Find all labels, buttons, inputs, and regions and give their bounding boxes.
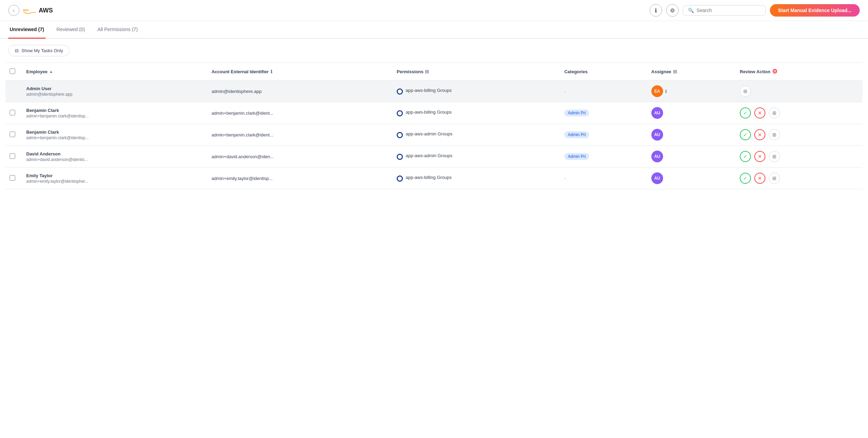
action-reject-button[interactable]: ✕ <box>754 173 765 184</box>
svg-text:aws: aws <box>23 8 29 12</box>
account-id-value: admin+david.anderson@iden... <box>211 154 274 159</box>
assignee-info-icon: ℹ <box>665 89 667 94</box>
account-ext-id-col-header: Account External Identifier ℹ <box>207 63 393 80</box>
review-action-gear-icon[interactable]: ⚙ <box>772 68 777 75</box>
account-id-cell: admin+david.anderson@iden... <box>207 146 393 168</box>
action-reject-button[interactable]: ✕ <box>754 107 765 118</box>
header-right: ℹ ⚙ 🔍 Start Manual Evidence Upload... <box>650 4 860 17</box>
permission-icon <box>397 110 403 116</box>
permissions-filter-icon[interactable]: ⊟ <box>425 69 429 74</box>
search-input[interactable] <box>697 8 761 13</box>
action-reject-button[interactable]: ✕ <box>754 129 765 140</box>
permission-icon <box>397 154 403 160</box>
start-upload-button[interactable]: Start Manual Evidence Upload... <box>770 4 860 17</box>
row-checkbox-cell <box>6 168 22 189</box>
account-id-cell: admin+emily.taylor@identisp... <box>207 168 393 189</box>
table-row: Admin User admin@identisphere.app admin@… <box>6 80 862 102</box>
settings-button[interactable]: ⚙ <box>666 4 679 17</box>
search-box: 🔍 <box>683 5 766 16</box>
account-id-value: admin@identisphere.app <box>211 89 262 94</box>
assignee-filter-icon[interactable]: ⊟ <box>673 69 677 74</box>
back-button[interactable]: ‹ <box>8 5 19 16</box>
tabs-bar: Unreviewed (7) Reviewed (0) All Permissi… <box>0 21 868 39</box>
header: ‹ aws AWS ℹ ⚙ 🔍 Start Manual Evidence Up… <box>0 0 868 21</box>
category-cell: - <box>560 168 647 189</box>
table-row: David Anderson admin+david.anderson@iden… <box>6 146 862 168</box>
row-checkbox-cell <box>6 102 22 124</box>
category-badge: Admin Pri <box>564 153 589 160</box>
permission-cell: app-aws-billing Groups <box>393 168 560 189</box>
action-comment-button[interactable]: ⊞ <box>769 173 780 184</box>
info-button[interactable]: ℹ <box>650 4 662 17</box>
employee-email: admin+emily.taylor@identispher... <box>26 179 203 184</box>
row-checkbox-cell <box>6 124 22 146</box>
aws-title: AWS <box>39 7 53 14</box>
category-value: - <box>564 89 566 94</box>
table-row: Benjamin Clark admin+benjamin.clark@iden… <box>6 102 862 124</box>
avatar-initials: EA <box>654 89 660 94</box>
account-info-icon: ℹ <box>271 69 272 74</box>
row-checkbox-cell <box>6 146 22 168</box>
row-checkbox-cell <box>6 80 22 102</box>
header-left: ‹ aws AWS <box>8 5 53 16</box>
review-action-col-header: Review Action ⚙ <box>736 63 862 80</box>
avatar-initials: AU <box>654 111 660 115</box>
row-select-checkbox[interactable] <box>10 153 15 159</box>
permission-icon <box>397 132 403 138</box>
avatar: AU <box>651 151 663 162</box>
employee-name: Benjamin Clark <box>26 108 203 113</box>
avatar: AU <box>651 107 663 119</box>
employee-cell: Benjamin Clark admin+benjamin.clark@iden… <box>22 102 207 124</box>
avatar: AU <box>651 172 663 184</box>
employee-col-header: Employee ▲ <box>22 63 207 80</box>
tab-reviewed[interactable]: Reviewed (0) <box>55 21 86 39</box>
employee-email: admin@identisphere.app <box>26 92 203 97</box>
assignee-cell: EA ℹ <box>647 80 736 102</box>
show-my-tasks-button[interactable]: ⊟ Show My Tasks Only <box>8 45 69 56</box>
category-badge: Admin Pri <box>564 110 589 116</box>
review-action-cell: ✓ ✕ ⊞ <box>736 168 862 189</box>
avatar-initials: AU <box>654 176 660 181</box>
account-ext-id-label: Account External Identifier <box>211 69 268 74</box>
action-approve-button[interactable]: ✓ <box>740 107 751 118</box>
assignee-cell: AU <box>647 124 736 146</box>
review-action-cell: ✓ ✕ ⊞ <box>736 102 862 124</box>
action-comment-button[interactable]: ⊞ <box>740 86 751 97</box>
action-comment-button[interactable]: ⊞ <box>769 107 780 118</box>
permission-cell: app-aws-admin Groups <box>393 146 560 168</box>
select-all-checkbox[interactable] <box>10 68 15 74</box>
assignee-col-header: Assignee ⊟ <box>647 63 736 80</box>
employee-name: Admin User <box>26 86 203 91</box>
assignee-cell: AU <box>647 168 736 189</box>
permission-cell: app-aws-admin Groups <box>393 124 560 146</box>
action-reject-button[interactable]: ✕ <box>754 151 765 162</box>
tab-all-permissions[interactable]: All Permissions (7) <box>96 21 139 39</box>
info-icon: ℹ <box>655 7 657 14</box>
row-select-checkbox[interactable] <box>10 110 15 115</box>
categories-col-label: Categories <box>564 69 587 74</box>
row-select-checkbox[interactable] <box>10 175 15 181</box>
gear-icon: ⚙ <box>670 7 675 14</box>
review-action-col-label: Review Action <box>740 69 770 74</box>
table-header-row: Employee ▲ Account External Identifier ℹ… <box>6 63 862 80</box>
tab-unreviewed[interactable]: Unreviewed (7) <box>8 21 46 39</box>
account-id-cell: admin+benjamin.clark@ident... <box>207 102 393 124</box>
permission-value: app-aws-billing Groups <box>406 110 452 115</box>
permission-value: app-aws-admin Groups <box>406 153 452 158</box>
permission-icon <box>397 175 403 182</box>
permission-value: app-aws-billing Groups <box>406 88 452 93</box>
show-my-tasks-label: Show My Tasks Only <box>21 48 63 53</box>
employee-cell: Admin User admin@identisphere.app <box>22 80 207 102</box>
permissions-col-header: Permissions ⊟ <box>393 63 560 80</box>
table-row: Emily Taylor admin+emily.taylor@identisp… <box>6 168 862 189</box>
category-cell: Admin Pri <box>560 102 647 124</box>
avatar: EA <box>651 85 663 97</box>
action-comment-button[interactable]: ⊞ <box>769 129 780 140</box>
row-select-checkbox[interactable] <box>10 132 15 137</box>
action-approve-button[interactable]: ✓ <box>740 151 751 162</box>
assignee-col-label: Assignee <box>651 69 671 74</box>
action-approve-button[interactable]: ✓ <box>740 173 751 184</box>
action-comment-button[interactable]: ⊞ <box>769 151 780 162</box>
account-id-value: admin+benjamin.clark@ident... <box>211 132 273 137</box>
action-approve-button[interactable]: ✓ <box>740 129 751 140</box>
